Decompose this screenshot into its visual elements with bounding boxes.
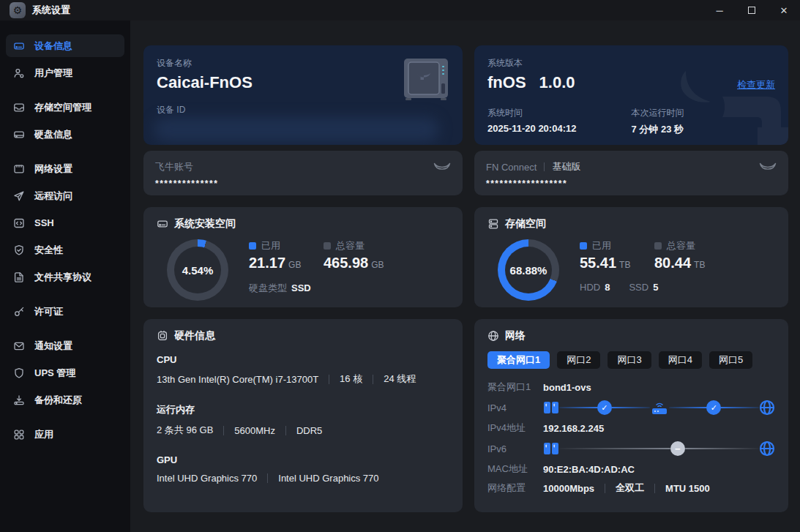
apps-grid-icon [13,429,25,441]
used-label: 已用 [261,239,280,252]
version-number: 1.0.0 [539,73,575,92]
sidebar: 设备信息 用户管理 存储空间管理 硬盘信息 网络设置 [0,20,130,532]
storage-stack-icon [487,218,499,230]
sidebar-label: 设备信息 [34,40,72,53]
document-icon [13,271,25,283]
link-line [611,407,650,408]
device-id-redacted [154,117,439,142]
ram-size: 2 条共 96 GB [157,424,213,437]
system-space-title: 系统安装空间 [174,217,236,231]
device-icon [13,40,25,52]
sidebar-item-disk-info[interactable]: 硬盘信息 [6,123,124,146]
sidebar-item-file-sharing[interactable]: 文件共享协议 [6,266,124,288]
key-icon [13,306,25,318]
fn-connect-tier-badge: 基础版 [552,160,580,173]
tab-port3[interactable]: 网口3 [608,351,651,369]
total-swatch [654,242,662,250]
total-label: 总容量 [336,239,365,252]
system-version-label: 系统版本 [487,57,775,70]
bond-value: bond1-ovs [543,382,591,393]
sidebar-label: UPS 管理 [34,367,75,380]
used-swatch [249,242,256,250]
maximize-icon [748,7,755,14]
network-card: 网络 聚合网口1 网口2 网口3 网口4 网口5 聚合网口1 bond1-ovs… [474,319,788,512]
close-button[interactable]: ✕ [768,0,800,20]
hardware-title: 硬件信息 [174,329,215,342]
sidebar-item-network-settings[interactable]: 网络设置 [6,157,124,180]
sidebar-item-notifications[interactable]: 通知设置 [6,334,124,357]
divider [329,375,329,384]
fn-connect-card: FN Connect 基础版 ****************** [474,151,788,195]
maximize-button[interactable] [736,0,768,20]
settings-gear-icon: ⚙ [10,2,26,18]
sidebar-item-apps[interactable]: 应用 [6,423,124,446]
fn-account-label: 飞牛账号 [155,160,193,173]
divider [223,426,224,435]
check-update-link[interactable]: 检查更新 [737,78,775,91]
storage-pool-icon [13,102,25,113]
system-time-label: 系统时间 [487,107,632,119]
tab-port5[interactable]: 网口5 [709,351,752,369]
app-window: ⚙ 系统设置 ─ ✕ 设备信息 用户管理 存储空间管理 [0,0,800,532]
sidebar-label: 远程访问 [34,190,72,203]
router-icon [650,400,669,416]
ssd-label: SSD [629,282,648,293]
mac-address-value: 90:E2:BA:4D:AD:AC [543,464,635,475]
ipv4-label: IPv4 [487,402,543,413]
link-line [669,407,708,408]
ram-speed: 5600MHz [234,425,275,436]
sidebar-item-storage-space[interactable]: 存储空间管理 [6,96,124,119]
sidebar-label: 安全性 [34,244,63,257]
divider [267,473,268,483]
envelope-icon [13,340,25,352]
divider [544,162,545,171]
app-title: 系统设置 [32,4,70,17]
system-space-donut: 4.54% [167,239,228,301]
sidebar-label: SSH [34,217,54,228]
system-space-percent: 4.54% [182,264,214,277]
nas-icon [543,400,559,415]
users-icon [13,67,25,79]
sidebar-item-user-management[interactable]: 用户管理 [6,61,124,84]
used-value: 21.17 [249,255,285,271]
internet-globe-icon [759,441,775,457]
sidebar-label: 许可证 [34,305,63,318]
device-info-card: 设备名称 Caicai-FnOS 设备 ID [143,45,463,145]
fn-account-card: 飞牛账号 ************** [143,151,463,195]
sidebar-item-license[interactable]: 许可证 [6,300,124,323]
sidebar-item-backup-restore[interactable]: 备份和还原 [6,389,124,411]
tab-port4[interactable]: 网口4 [659,351,702,369]
sidebar-item-device-info[interactable]: 设备信息 [6,34,124,57]
sidebar-label: 用户管理 [34,67,72,80]
link-line [720,407,759,408]
network-port-icon [13,163,25,175]
uptime-value: 7 分钟 23 秒 [632,123,776,136]
storage-donut: 68.88% [498,239,559,301]
sidebar-label: 存储空间管理 [34,101,91,114]
ipv4-connectivity-diagram: ✓ ✓ [543,397,775,419]
sidebar-item-security[interactable]: 安全性 [6,239,124,261]
tab-port2[interactable]: 网口2 [557,351,600,369]
sidebar-item-ups[interactable]: UPS 管理 [6,361,124,384]
link-line [559,407,598,408]
tab-bond1[interactable]: 聚合网口1 [487,351,550,369]
divider [373,375,373,384]
link-speed: 10000Mbps [543,483,594,494]
fn-horn-icon [759,162,777,172]
fn-horn-icon [433,162,451,172]
uptime-label: 本次运行时间 [632,107,776,119]
total-unit: TB [694,260,705,270]
minimize-button[interactable]: ─ [703,0,736,20]
sidebar-label: 备份和还原 [34,394,82,407]
cpu-model: 13th Gen Intel(R) Core(TM) i7-13700T [157,374,318,385]
sidebar-item-remote-access[interactable]: 远程访问 [6,184,124,207]
sidebar-item-ssh[interactable]: SSH [6,211,124,234]
total-swatch [324,242,331,250]
chip-icon [157,330,168,342]
divider [654,484,655,493]
cpu-cores: 16 核 [340,372,362,386]
sidebar-label: 文件共享协议 [34,271,91,284]
product-name: fnOS [487,73,526,92]
ups-shield-icon [13,367,25,379]
fn-account-masked-value: ************** [155,179,451,189]
